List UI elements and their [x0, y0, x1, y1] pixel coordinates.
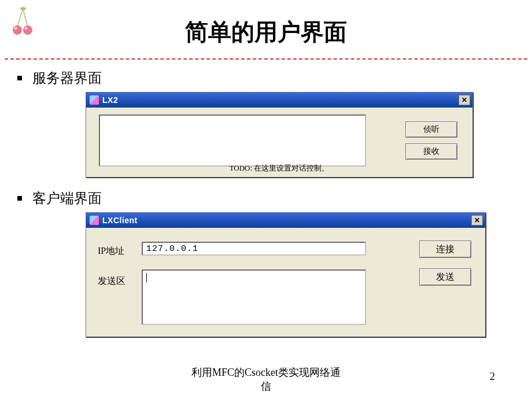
svg-point-4	[25, 27, 28, 30]
bullet-client-label: 客户端界面	[32, 189, 102, 208]
bullet-client: 客户端界面	[17, 189, 532, 208]
footer-text-line1: 利用MFC的Csocket类实现网络通	[191, 367, 341, 378]
todo-placeholder-text: TODO: 在这里设置对话控制。	[86, 163, 472, 173]
server-client-area: 侦听 接收 TODO: 在这里设置对话控制。	[86, 108, 472, 177]
client-window: LXClient ✕ IP地址 发送区 连接 发送	[86, 212, 486, 337]
client-client-area: IP地址 发送区 连接 发送	[86, 228, 485, 337]
listen-button[interactable]: 侦听	[405, 121, 457, 138]
bullet-square-icon	[17, 76, 22, 80]
connect-button[interactable]: 连接	[419, 241, 471, 258]
receive-button[interactable]: 接收	[405, 143, 457, 160]
app-icon	[90, 216, 99, 225]
server-window: LX2 ✕ 侦听 接收 TODO: 在这里设置对话控制。	[86, 92, 473, 178]
ip-input[interactable]	[142, 242, 366, 256]
client-window-title: LXClient	[102, 216, 471, 225]
ip-label: IP地址	[98, 245, 124, 257]
svg-point-2	[23, 25, 32, 35]
page-number: 2	[490, 371, 495, 383]
server-window-title: LX2	[102, 95, 459, 105]
footer-text-line2: 信	[261, 380, 271, 392]
client-titlebar: LXClient ✕	[86, 213, 485, 228]
svg-point-0	[20, 7, 26, 10]
server-titlebar: LX2 ✕	[86, 93, 472, 108]
app-icon	[90, 95, 99, 105]
cherry-decoration	[12, 6, 35, 40]
title-divider	[5, 58, 527, 60]
send-textarea[interactable]	[142, 269, 366, 325]
send-button[interactable]: 发送	[419, 268, 471, 286]
close-icon[interactable]: ✕	[459, 95, 470, 105]
text-cursor	[146, 273, 147, 282]
slide-title: 简单的用户界面	[0, 0, 532, 58]
bullet-server: 服务器界面	[17, 69, 532, 87]
slide-footer: 利用MFC的Csocket类实现网络通 信	[0, 365, 532, 393]
bullet-server-label: 服务器界面	[32, 69, 102, 87]
server-textarea[interactable]	[99, 114, 366, 167]
svg-point-1	[13, 25, 22, 35]
close-icon[interactable]: ✕	[471, 215, 483, 226]
svg-point-3	[14, 27, 17, 30]
send-area-label: 发送区	[98, 275, 125, 287]
bullet-square-icon	[17, 196, 22, 201]
